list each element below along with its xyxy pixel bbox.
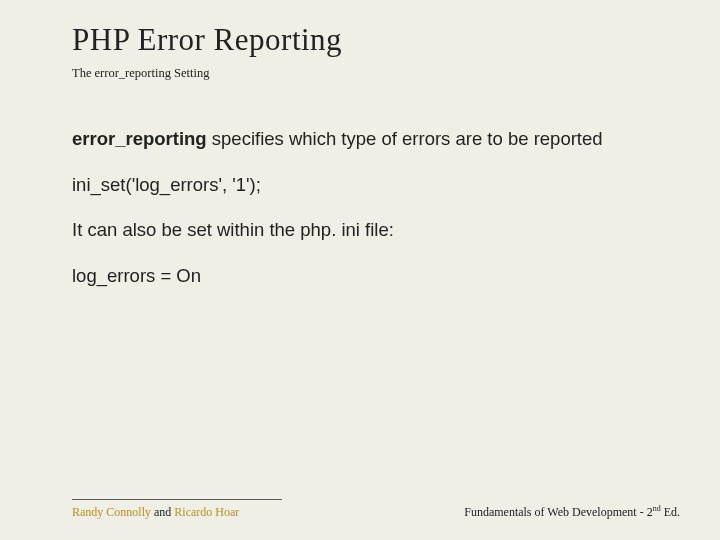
- config-line-log-errors: log_errors = On: [72, 264, 660, 288]
- author-joiner: and: [151, 505, 174, 519]
- footer-rule: [72, 499, 282, 500]
- paragraph-1-rest: specifies which type of errors are to be…: [207, 128, 603, 149]
- footer: Randy Connolly and Ricardo Hoar Fundamen…: [72, 499, 680, 520]
- keyword-error-reporting: error_reporting: [72, 128, 207, 149]
- paragraph-3: It can also be set within the php. ini f…: [72, 218, 660, 242]
- author-1: Randy Connolly: [72, 505, 151, 519]
- body-content: error_reporting specifies which type of …: [72, 127, 660, 288]
- code-line-ini-set: ini_set('log_errors', '1');: [72, 173, 660, 197]
- slide: PHP Error Reporting The error_reporting …: [0, 0, 720, 540]
- slide-title: PHP Error Reporting: [72, 22, 660, 58]
- slide-subtitle: The error_reporting Setting: [72, 66, 660, 81]
- footer-authors: Randy Connolly and Ricardo Hoar: [72, 505, 239, 520]
- book-title-suffix: Ed.: [661, 505, 680, 519]
- paragraph-1: error_reporting specifies which type of …: [72, 127, 660, 151]
- book-title-prefix: Fundamentals of Web Development - 2: [464, 505, 652, 519]
- book-edition-ordinal: nd: [653, 504, 661, 513]
- author-2: Ricardo Hoar: [174, 505, 239, 519]
- footer-row: Randy Connolly and Ricardo Hoar Fundamen…: [72, 504, 680, 520]
- footer-book: Fundamentals of Web Development - 2nd Ed…: [464, 504, 680, 520]
